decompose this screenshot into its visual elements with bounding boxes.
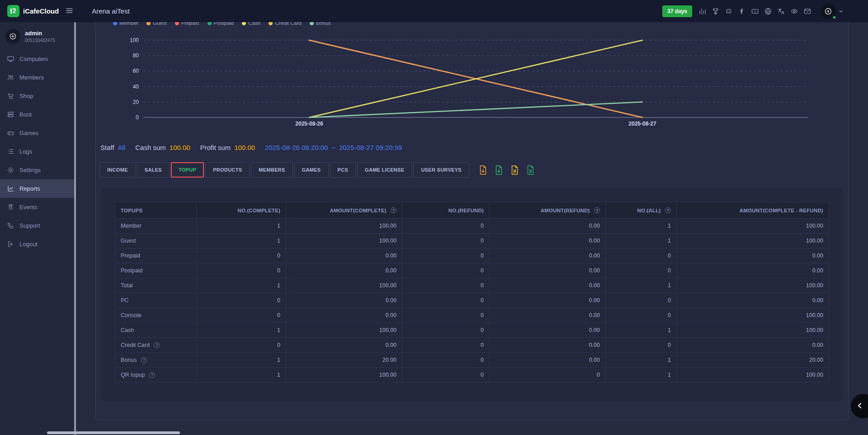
column-header-amount-complete-refund: AMOUNT(COMPLETE - REFUND) <box>677 202 829 219</box>
tab-income[interactable]: INCOME <box>99 162 136 178</box>
help-icon[interactable]: ? <box>154 342 160 348</box>
cell: 0 <box>197 263 286 278</box>
help-icon[interactable]: ? <box>594 207 600 213</box>
discord-icon[interactable] <box>725 7 733 15</box>
sidebar-item-members[interactable]: Members <box>0 68 76 87</box>
cell: 0.00 <box>490 219 606 234</box>
tab-sales[interactable]: SALES <box>137 162 170 178</box>
cell: 0 <box>606 308 677 323</box>
tab-game-license[interactable]: GAME LICENSE <box>357 162 412 178</box>
cell: 1 <box>606 353 677 368</box>
date-range-end[interactable]: 2025-08-27 09:20:59 <box>339 144 402 151</box>
cell: 0.00 <box>490 263 606 278</box>
row-label: Prepaid <box>115 248 197 263</box>
online-status-dot <box>832 15 836 19</box>
icafecloud-logo-icon <box>7 5 19 17</box>
mail-icon[interactable] <box>803 7 811 15</box>
export-xlsx-icon[interactable] <box>526 165 535 175</box>
cell: 100.00 <box>677 323 829 338</box>
trophy-icon[interactable] <box>712 7 720 15</box>
sidebar-item-games[interactable]: Games <box>0 124 76 142</box>
legend-dot <box>146 22 151 25</box>
cell: 0.00 <box>286 338 402 353</box>
legend-item-postpaid[interactable]: Postpaid <box>208 22 234 26</box>
table-row-guest: Guest1100.0000.001100.00 <box>115 234 829 248</box>
cell: 0.00 <box>490 323 606 338</box>
sidebar-item-reports[interactable]: Reports <box>0 179 76 198</box>
sidebar-item-settings[interactable]: Settings <box>0 161 76 179</box>
export-csv-icon[interactable] <box>495 165 503 175</box>
sidebar-item-shop[interactable]: Shop <box>0 87 76 105</box>
cell: 1 <box>606 368 677 383</box>
help-icon[interactable]: ? <box>665 207 671 213</box>
legend-item-bonus[interactable]: Bonus <box>310 22 331 26</box>
chart-legend: Member Guest Prepaid Postpaid Cash Credi… <box>96 22 848 28</box>
brand-name: iCafeCloud <box>23 7 59 15</box>
export-pdf-icon[interactable] <box>479 165 487 175</box>
cell: 0 <box>402 293 490 308</box>
user-menu[interactable] <box>821 4 844 19</box>
cell: 20.00 <box>286 353 402 368</box>
staff-filter-value[interactable]: All <box>118 144 126 151</box>
tab-members[interactable]: MEMBERS <box>251 162 292 178</box>
row-label: PC <box>115 293 197 308</box>
topup-line-chart: 0204060801002025-08-262025-08-27 <box>96 28 848 131</box>
cell: 100.00 <box>286 234 402 248</box>
cell: 100.00 <box>286 219 402 234</box>
sidebar-item-computers[interactable]: Computers <box>0 50 76 68</box>
reviews-icon[interactable] <box>790 7 798 15</box>
horizontal-scrollbar-thumb[interactable] <box>47 431 180 434</box>
sidebar-item-events[interactable]: Events <box>0 198 76 216</box>
row-label: Console <box>115 308 197 323</box>
cell: 1 <box>197 219 286 234</box>
cell: 0.00 <box>490 338 606 353</box>
sidebar-item-support[interactable]: Support <box>0 216 76 235</box>
cell: 0.00 <box>490 248 606 263</box>
tab-topup[interactable]: TOPUP <box>171 162 204 178</box>
cell: 1 <box>606 219 677 234</box>
website-icon[interactable] <box>764 7 772 15</box>
row-label: Guest <box>115 234 197 248</box>
svg-text:0: 0 <box>136 114 139 121</box>
date-range-start[interactable]: 2025-08-26 09:20:00 <box>265 144 328 151</box>
legend-item-prepaid[interactable]: Prepaid <box>175 22 199 26</box>
report-card: Member Guest Prepaid Postpaid Cash Credi… <box>95 22 849 420</box>
help-icon[interactable]: ? <box>141 357 147 363</box>
avatar <box>5 29 20 44</box>
cell: 100.00 <box>286 278 402 293</box>
license-days-badge[interactable]: 37 days <box>662 5 692 17</box>
youtube-icon[interactable] <box>751 7 759 15</box>
legend-dot <box>208 22 212 25</box>
cell: 1 <box>606 323 677 338</box>
legend-item-member[interactable]: Member <box>113 22 138 26</box>
help-icon[interactable]: ? <box>391 207 396 213</box>
legend-dot <box>269 22 273 25</box>
sidebar-item-logs[interactable]: Logs <box>0 142 76 161</box>
legend-item-credit-card[interactable]: Credit Card <box>269 22 302 26</box>
cart-icon <box>7 92 14 100</box>
export-xls-icon[interactable] <box>510 165 519 175</box>
tab-products[interactable]: PRODUCTS <box>205 162 250 178</box>
facebook-icon[interactable] <box>738 7 746 15</box>
legend-item-guest[interactable]: Guest <box>146 22 167 26</box>
tab-pcs[interactable]: PCS <box>330 162 356 178</box>
tab-user-surveys[interactable]: USER SURVEYS <box>413 162 469 178</box>
cell: 100.00 <box>677 234 829 248</box>
sidebar-user-block[interactable]: admin 005193482475 <box>0 22 76 50</box>
sidebar-toggle-button[interactable] <box>65 6 74 16</box>
date-range-separator: ~ <box>331 144 335 151</box>
sidebar-item-logout[interactable]: Logout <box>0 235 76 253</box>
cell: 0 <box>402 263 490 278</box>
translate-icon[interactable] <box>777 7 785 15</box>
tab-games[interactable]: GAMES <box>294 162 329 178</box>
cell: 100.00 <box>677 219 829 234</box>
analytics-icon[interactable] <box>698 7 707 15</box>
sidebar-scrollbar[interactable] <box>74 22 76 435</box>
sidebar-item-boot[interactable]: Boot <box>0 105 76 124</box>
legend-item-cash[interactable]: Cash <box>242 22 260 26</box>
cell: 0 <box>606 263 677 278</box>
table-row-credit-card: Credit Card ?00.0000.0000.00 <box>115 338 829 353</box>
chevron-left-icon <box>855 401 865 412</box>
user-meta: admin 005193482475 <box>25 30 55 43</box>
help-icon[interactable]: ? <box>149 372 155 378</box>
